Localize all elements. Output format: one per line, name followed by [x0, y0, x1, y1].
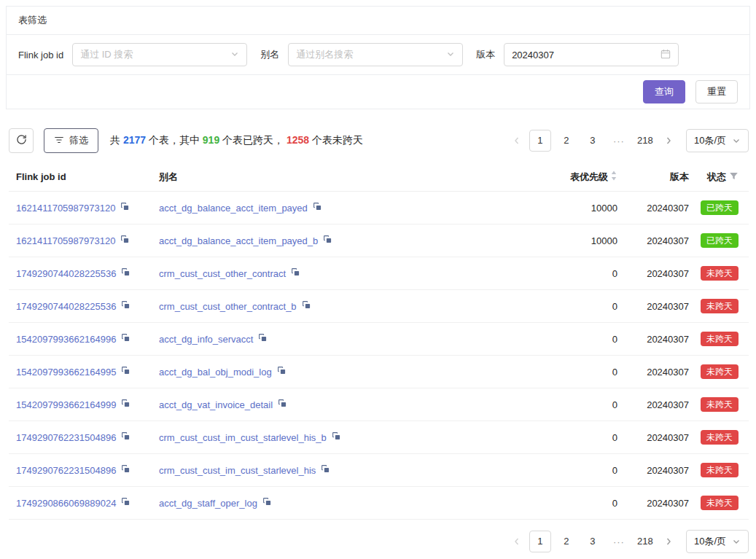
version-value: 20240307: [617, 203, 689, 214]
version-value: 20240307: [617, 432, 689, 443]
query-button[interactable]: 查询: [643, 80, 685, 103]
version-value: 20240307: [617, 301, 689, 312]
summary-text: 共 2177 个表，其中 919 个表已跨天， 1258 个表未跨天: [110, 134, 363, 147]
alias-link[interactable]: crm_cust_cust_im_cust_starlevel_his_b: [159, 432, 327, 443]
alias-copy-icon[interactable]: [262, 497, 272, 509]
alias-copy-icon[interactable]: [278, 399, 287, 410]
job-id-copy-icon[interactable]: [121, 431, 130, 443]
pagination-page-218[interactable]: 218: [634, 130, 656, 152]
alias-link[interactable]: acct_dg_balance_acct_item_payed: [159, 203, 308, 214]
alias-copy-icon[interactable]: [321, 464, 330, 476]
alias-link[interactable]: acct_dg_staff_oper_log: [159, 498, 257, 509]
pagination-page-218[interactable]: 218: [634, 531, 656, 552]
job-id-copy-icon[interactable]: [121, 399, 130, 410]
alias-copy-icon[interactable]: [258, 333, 268, 345]
pagination-ellipsis[interactable]: ···: [608, 536, 630, 547]
job-id-link[interactable]: 1749290866069889024: [16, 498, 116, 509]
pagination-page-2[interactable]: 2: [556, 130, 577, 152]
alias-copy-icon[interactable]: [313, 202, 322, 214]
alias-label: 别名: [260, 48, 279, 61]
flink-job-id-select[interactable]: 通过 ID 搜索: [72, 43, 247, 66]
filter-toggle-button[interactable]: 筛选: [44, 128, 98, 153]
filter-form: Flink job id 通过 ID 搜索 别名 通过别名搜索 版本 20240…: [7, 35, 749, 75]
flink-job-id-placeholder: 通过 ID 搜索: [80, 48, 133, 61]
page-size-value: 10条/页: [694, 535, 726, 548]
header-alias: 别名: [152, 171, 515, 184]
alias-copy-icon[interactable]: [277, 366, 287, 378]
job-id-link[interactable]: 1542097993662164999: [16, 399, 116, 410]
job-id-link[interactable]: 1749290762231504896: [16, 432, 116, 443]
page-size-select[interactable]: 10条/页: [686, 129, 749, 152]
version-date-value: 20240307: [512, 50, 554, 60]
alias-link[interactable]: crm_cust_cust_im_cust_starlevel_his: [159, 465, 316, 476]
page-size-select[interactable]: 10条/页: [686, 530, 749, 553]
version-value: 20240307: [617, 465, 689, 476]
table-row: 1621411705987973120acct_dg_balance_acct_…: [9, 224, 749, 257]
priority-value: 0: [515, 268, 617, 279]
job-id-link[interactable]: 1542097993662164996: [16, 334, 116, 345]
status-badge: 未跨天: [701, 430, 739, 445]
pagination-page-3[interactable]: 3: [582, 531, 604, 552]
alias-copy-icon[interactable]: [302, 300, 311, 312]
status-badge: 已跨天: [701, 233, 739, 248]
pagination-page-3[interactable]: 3: [582, 130, 604, 152]
pagination-prev-icon[interactable]: [507, 130, 527, 152]
alias-link[interactable]: acct_dg_info_servacct: [159, 334, 253, 345]
pagination-next-icon[interactable]: [658, 130, 679, 152]
priority-value: 0: [515, 334, 617, 345]
header-priority[interactable]: 表优先级: [515, 170, 617, 184]
sort-icon[interactable]: [610, 170, 617, 184]
pagination-ellipsis[interactable]: ···: [608, 136, 630, 146]
alias-select[interactable]: 通过别名搜索: [288, 43, 463, 66]
pagination-next-icon[interactable]: [658, 531, 679, 552]
pagination-page-1[interactable]: 1: [529, 130, 551, 152]
job-id-copy-icon[interactable]: [121, 497, 130, 509]
refresh-button[interactable]: [9, 128, 34, 153]
bottom-pagination-bar: 123···21810条/页: [9, 530, 749, 553]
alias-copy-icon[interactable]: [332, 431, 341, 443]
job-id-copy-icon[interactable]: [121, 300, 130, 312]
status-badge: 已跨天: [701, 200, 739, 215]
pagination-page-2[interactable]: 2: [556, 531, 577, 552]
header-status: 状态: [689, 171, 749, 184]
chevron-down-icon: [446, 50, 455, 60]
job-id-copy-icon[interactable]: [121, 366, 130, 378]
job-id-copy-icon[interactable]: [121, 333, 130, 345]
alias-link[interactable]: crm_cust_cust_other_contract_b: [159, 301, 297, 312]
pagination-prev-icon[interactable]: [507, 531, 527, 552]
bottom-pagination: 123···21810条/页: [507, 530, 749, 553]
job-id-link[interactable]: 1749290762231504896: [16, 465, 116, 476]
priority-value: 10000: [515, 203, 617, 214]
page-size-value: 10条/页: [694, 134, 726, 147]
job-id-copy-icon[interactable]: [120, 202, 130, 214]
version-value: 20240307: [617, 334, 689, 345]
alias-link[interactable]: acct_dg_vat_invoice_detail: [159, 399, 273, 410]
priority-value: 0: [515, 399, 617, 410]
job-id-link[interactable]: 1749290744028225536: [16, 268, 116, 279]
version-date-input[interactable]: 20240307: [504, 43, 679, 66]
priority-value: 0: [515, 465, 617, 476]
priority-value: 0: [515, 301, 617, 312]
job-id-copy-icon[interactable]: [120, 235, 130, 246]
job-id-link[interactable]: 1621411705987973120: [16, 203, 115, 214]
alias-link[interactable]: acct_dg_balance_acct_item_payed_b: [159, 235, 318, 246]
alias-link[interactable]: acct_dg_bal_obj_modi_log: [159, 367, 272, 378]
job-id-copy-icon[interactable]: [121, 267, 130, 279]
table-row: 1542097993662164996acct_dg_info_servacct…: [9, 323, 749, 356]
version-label: 版本: [476, 48, 495, 61]
header-priority-label: 表优先级: [570, 171, 608, 184]
filter-actions: 查询 重置: [7, 75, 749, 109]
priority-value: 0: [515, 432, 617, 443]
alias-copy-icon[interactable]: [323, 235, 332, 246]
job-id-copy-icon[interactable]: [121, 464, 130, 476]
version-value: 20240307: [617, 367, 689, 378]
job-id-link[interactable]: 1542097993662164995: [16, 367, 116, 378]
pagination-page-1[interactable]: 1: [529, 531, 551, 552]
reset-button[interactable]: 重置: [695, 80, 738, 103]
filter-funnel-icon[interactable]: [729, 171, 739, 183]
job-id-link[interactable]: 1621411705987973120: [16, 235, 115, 246]
alias-copy-icon[interactable]: [291, 267, 300, 279]
job-id-link[interactable]: 1749290744028225536: [16, 301, 116, 312]
alias-link[interactable]: crm_cust_cust_other_contract: [159, 268, 286, 279]
refresh-icon: [16, 134, 27, 147]
